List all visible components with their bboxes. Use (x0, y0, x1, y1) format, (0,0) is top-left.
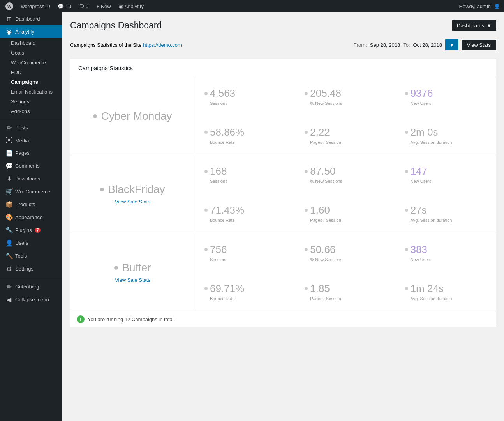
sidebar-item-dashboard[interactable]: ⊞ Dashboard (0, 12, 62, 25)
layout: ⊞ Dashboard ◉ Analytify Dashboard Goals … (0, 12, 504, 421)
comments-icon: 💬 (58, 4, 64, 9)
stat-label-1-4: Pages / Session (305, 218, 341, 223)
sidebar-item-comments[interactable]: 💬 Comments (0, 159, 62, 172)
sidebar-item-media[interactable]: 🖼 Media (0, 134, 62, 147)
sidebar-sub-goals[interactable]: Goals (0, 48, 62, 58)
campaign-name-0: Cyber Monday (93, 110, 172, 122)
sidebar-item-downloads[interactable]: ⬇ Downloads (0, 172, 62, 185)
sidebar-item-posts[interactable]: ✏ Posts (0, 121, 62, 134)
analytify-bar-label: Analytify (125, 4, 144, 9)
campaign-name-2: Buffer (114, 262, 151, 274)
stat-value-0-4: 2.22 (310, 126, 330, 138)
sidebar-item-tools[interactable]: 🔨 Tools (0, 249, 62, 262)
comments-bar[interactable]: 💬 10 (56, 0, 72, 12)
stat-label-2-3: Bounce Rate (204, 296, 235, 301)
stat-dot-1-4 (305, 209, 308, 212)
stat-value-0-0: 4,563 (210, 87, 235, 99)
campaign-row: BlackFridayView Sale Stats168Sessions87.… (70, 155, 496, 233)
view-stats-button[interactable]: View Stats (462, 40, 496, 50)
site-url-link[interactable]: https://demo.com (143, 42, 182, 48)
stats-container: Campaigns Statistics Cyber Monday4,563Se… (70, 59, 496, 311)
sidebar-item-analytify[interactable]: ◉ Analytify (0, 25, 62, 38)
sidebar-sub-dashboard[interactable]: Dashboard (0, 38, 62, 48)
dashboard-icon: ⊞ (5, 15, 12, 23)
sidebar-label-gutenberg: Gutenberg (15, 284, 39, 290)
woocommerce-icon: 🛒 (5, 188, 12, 195)
stat-dot-1-2 (405, 170, 408, 173)
sidebar-item-products[interactable]: 📦 Products (0, 198, 62, 211)
stat-cell-1-5: 27sAvg. Session duration (396, 194, 496, 233)
sidebar-label-media: Media (15, 138, 29, 143)
campaign-link-2[interactable]: View Sale Stats (115, 277, 150, 283)
stat-dot-0-1 (305, 92, 308, 95)
comments-badge-bar[interactable]: 🗨 0 (78, 0, 90, 12)
stat-dot-1-5 (405, 209, 408, 212)
campaign-stats-2: 756Sessions50.66% New Sessions383New Use… (195, 233, 496, 311)
stat-value-1-0: 168 (210, 165, 227, 177)
campaign-left-1: BlackFridayView Sale Stats (70, 155, 195, 233)
dashboards-button[interactable]: Dashboards ▼ (452, 20, 496, 31)
stat-cell-1-4: 1.60Pages / Session (295, 194, 395, 233)
stat-label-2-4: Pages / Session (305, 296, 341, 301)
sidebar-item-settings-wp[interactable]: ⚙ Settings (0, 262, 62, 275)
stat-cell-0-0: 4,563Sessions (195, 77, 295, 116)
stat-dot-2-5 (405, 287, 408, 290)
stat-label-1-1: % New Sessions (305, 179, 342, 184)
stat-cell-0-3: 58.86%Bounce Rate (195, 116, 295, 155)
sidebar-sub-settings[interactable]: Settings (0, 97, 62, 106)
sidebar-sub-email-notifications[interactable]: Email Notifications (0, 87, 62, 97)
sidebar-item-collapse[interactable]: ◀ Collapse menu (0, 293, 62, 306)
from-label: From: (354, 42, 367, 48)
campaign-link-1[interactable]: View Sale Stats (115, 199, 150, 205)
stat-value-2-5: 1m 24s (411, 283, 444, 295)
sidebar-sub-addons[interactable]: Add-ons (0, 106, 62, 116)
sidebar-item-users[interactable]: 👤 Users (0, 237, 62, 249)
sidebar-item-gutenberg[interactable]: ✏ Gutenberg (0, 280, 62, 293)
analytify-bar[interactable]: ◉ Analytify (117, 0, 145, 12)
posts-icon: ✏ (5, 124, 12, 131)
wp-logo[interactable]: W (4, 0, 15, 12)
main-content: Campaigns Dashboard Dashboards ▼ Campaig… (62, 12, 504, 421)
sidebar-item-woocommerce-wp[interactable]: 🛒 WooCommerce (0, 185, 62, 198)
new-bar[interactable]: + New (95, 0, 113, 12)
sidebar-label-products: Products (15, 202, 35, 207)
sidebar-sub-woocommerce[interactable]: WooCommerce (0, 58, 62, 67)
stat-cell-2-4: 1.85Pages / Session (295, 272, 395, 311)
sidebar-sub-edd[interactable]: EDD (0, 67, 62, 77)
stat-cell-1-2: 147New Users (396, 155, 496, 194)
plugins-icon: 🔧 (5, 226, 12, 234)
stat-value-2-4: 1.85 (310, 283, 330, 295)
products-icon: 📦 (5, 201, 12, 208)
appearance-icon: 🎨 (5, 214, 12, 221)
stat-label-0-3: Bounce Rate (204, 140, 235, 145)
sidebar-label-woocommerce: WooCommerce (15, 189, 50, 195)
campaign-dot-1 (100, 188, 104, 191)
collapse-icon: ◀ (5, 296, 12, 303)
media-icon: 🖼 (5, 137, 12, 144)
stat-label-0-2: New Users (405, 101, 432, 106)
analytify-icon: ◉ (5, 28, 12, 35)
stat-value-0-3: 58.86% (210, 126, 244, 138)
date-dropdown-button[interactable]: ▼ (445, 39, 458, 50)
stat-cell-2-3: 69.71%Bounce Rate (195, 272, 295, 311)
date-range-bar: Campaigns Statistics of the Site https:/… (70, 37, 496, 53)
site-label: Campaigns Statistics of the Site (70, 42, 142, 48)
campaign-dot-2 (114, 266, 118, 270)
comment-bubble-icon: 🗨 (79, 4, 84, 9)
comments-badge-count: 0 (86, 4, 88, 9)
new-label: New (101, 4, 111, 9)
sidebar-item-pages[interactable]: 📄 Pages (0, 147, 62, 159)
sidebar-label-users: Users (15, 240, 28, 246)
stat-cell-2-1: 50.66% New Sessions (295, 233, 395, 272)
sidebar-item-appearance[interactable]: 🎨 Appearance (0, 211, 62, 224)
site-name-label: wordpress10 (21, 4, 50, 9)
campaign-stats-0: 4,563Sessions205.48% New Sessions9376New… (195, 77, 496, 155)
pages-icon: 📄 (5, 149, 12, 157)
sidebar-sub-campaigns[interactable]: Campaigns (0, 77, 62, 87)
site-name-bar[interactable]: wordpress10 (19, 0, 51, 12)
sidebar-label-tools: Tools (15, 253, 27, 259)
stats-header: Campaigns Statistics (70, 59, 496, 77)
sidebar-item-plugins[interactable]: 🔧 Plugins 7 (0, 224, 62, 237)
sidebar-label-dashboard: Dashboard (15, 16, 40, 22)
avatar-icon: 👤 (494, 4, 500, 9)
